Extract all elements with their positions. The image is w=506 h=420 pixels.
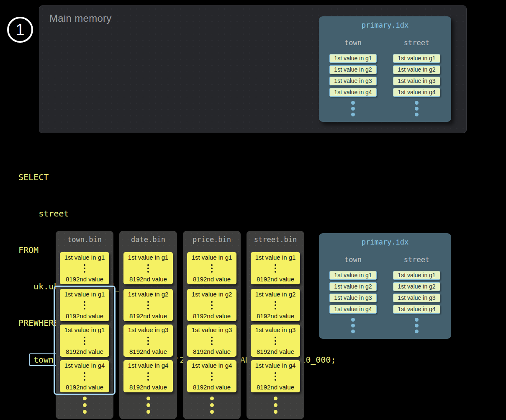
town-column-header: town: [329, 255, 377, 264]
granule-block: 1st value in g1 8192nd value: [187, 252, 236, 284]
granule-ellipsis-icon: [275, 371, 276, 381]
primary-idx-panel-memory: primary.idx town street 1st value in g1 …: [319, 16, 451, 122]
granule-last-value: 8192nd value: [129, 384, 167, 391]
index-entry-chip: 1st value in g2: [329, 282, 377, 291]
granule-first-value: 1st value in g1: [128, 254, 169, 261]
granule-ellipsis-icon: [211, 263, 213, 273]
granule-ellipsis-icon: [84, 263, 85, 273]
granule-first-value: 1st value in g4: [255, 362, 296, 369]
index-entry-chip: 1st value in g3: [329, 294, 377, 302]
granule-last-value: 8192nd value: [257, 384, 294, 391]
ellipsis-icon: [393, 318, 440, 333]
primary-idx-title: primary.idx: [319, 21, 451, 29]
granule-last-value: 8192nd value: [193, 312, 231, 320]
index-entry-chip: 1st value in g2: [329, 65, 377, 74]
primary-idx-title: primary.idx: [319, 238, 451, 246]
granule-ellipsis-icon: [211, 300, 213, 310]
index-entry-chip: 1st value in g3: [393, 294, 440, 302]
index-entry-chip: 1st value in g3: [393, 77, 440, 85]
index-entry-chip: 1st value in g1: [329, 271, 377, 280]
bin-file-price: price.bin 1st value in g1 8192nd value 1…: [183, 231, 241, 419]
index-entry-chip: 1st value in g1: [393, 271, 440, 280]
granule-last-value: 8192nd value: [257, 348, 294, 355]
granule-first-value: 1st value in g3: [255, 326, 296, 333]
granule-ellipsis-icon: [147, 336, 149, 346]
granule-block: 1st value in g4 8192nd value: [123, 360, 173, 392]
index-entry-chip: 1st value in g4: [329, 305, 377, 314]
granule-block: 1st value in g1 8192nd value: [60, 252, 109, 284]
ellipsis-icon: [247, 397, 304, 414]
granule-first-value: 1st value in g2: [128, 291, 169, 298]
ellipsis-icon: [56, 397, 113, 414]
granule-ellipsis-icon: [275, 263, 276, 273]
granule-block: 1st value in g3 8192nd value: [187, 325, 236, 357]
granule-block: 1st value in g2 8192nd value: [251, 289, 300, 321]
granule-last-value: 8192nd value: [257, 276, 294, 283]
ellipsis-icon: [329, 101, 377, 116]
bin-file-title: price.bin: [183, 235, 241, 244]
granule-block: 1st value in g1 8192nd value: [251, 252, 300, 284]
granule-first-value: 1st value in g1: [192, 254, 232, 261]
index-entry-chip: 1st value in g1: [329, 54, 377, 63]
bin-file-date: date.bin 1st value in g1 8192nd value 1s…: [119, 231, 177, 419]
index-entry-chip: 1st value in g4: [393, 305, 440, 314]
granule-block: 1st value in g2 8192nd value: [187, 289, 236, 321]
granule-first-value: 1st value in g4: [128, 362, 169, 369]
bin-file-title: town.bin: [56, 235, 113, 244]
granule-first-value: 1st value in g1: [255, 254, 296, 261]
granule-block: 1st value in g1 8192nd value: [123, 252, 173, 284]
granule-block: 1st value in g3 8192nd value: [251, 325, 300, 357]
sql-line-street: street: [18, 208, 336, 220]
granule-block: 1st value in g3 8192nd value: [123, 325, 173, 357]
bin-file-title: street.bin: [247, 235, 304, 244]
granule-first-value: 1st value in g3: [128, 326, 169, 333]
granule-ellipsis-icon: [211, 336, 213, 346]
index-entry-chip: 1st value in g3: [329, 77, 377, 85]
ellipsis-icon: [329, 318, 377, 333]
diagram-canvas: { "step_badge": { "number": "1" }, "main…: [0, 0, 506, 420]
granule-ellipsis-icon: [211, 371, 213, 381]
ellipsis-icon: [119, 397, 177, 414]
sql-line-select: SELECT: [18, 171, 336, 183]
granule-first-value: 1st value in g2: [192, 291, 232, 298]
granule-last-value: 8192nd value: [66, 276, 103, 283]
granule-first-value: 1st value in g1: [64, 254, 105, 261]
ellipsis-icon: [183, 397, 241, 414]
main-memory-title: Main memory: [49, 13, 112, 24]
street-column-header: street: [393, 39, 440, 47]
street-column-header: street: [393, 255, 440, 264]
index-entry-chip: 1st value in g1: [393, 54, 440, 63]
primary-idx-panel-disk: primary.idx town street 1st value in g1 …: [319, 233, 451, 339]
bin-file-street: street.bin 1st value in g1 8192nd value …: [247, 231, 304, 419]
granule-first-value: 1st value in g2: [255, 291, 296, 298]
granule-ellipsis-icon: [275, 300, 276, 310]
step-number: 1: [15, 21, 24, 39]
granule-last-value: 8192nd value: [257, 312, 294, 320]
granule-last-value: 8192nd value: [193, 348, 231, 355]
granule-block: 1st value in g2 8192nd value: [123, 289, 173, 321]
granule-ellipsis-icon: [147, 300, 149, 310]
index-entry-chip: 1st value in g2: [393, 282, 440, 291]
index-entry-chip: 1st value in g4: [329, 88, 377, 97]
granule-last-value: 8192nd value: [129, 348, 167, 355]
granule-block: 1st value in g4 8192nd value: [187, 360, 236, 392]
ellipsis-icon: [393, 101, 440, 116]
granule-last-value: 8192nd value: [193, 384, 231, 391]
granule-last-value: 8192nd value: [129, 312, 167, 320]
bin-file-title: date.bin: [119, 235, 177, 244]
index-entry-chip: 1st value in g2: [393, 65, 440, 74]
granule-ellipsis-icon: [147, 371, 149, 381]
granule-last-value: 8192nd value: [193, 276, 231, 283]
granule-ellipsis-icon: [147, 263, 149, 273]
granule-block: 1st value in g4 8192nd value: [251, 360, 300, 392]
granule-last-value: 8192nd value: [129, 276, 167, 283]
town-column-header: town: [329, 39, 377, 47]
step-1-badge: 1: [7, 17, 33, 43]
granule-first-value: 1st value in g3: [192, 326, 232, 333]
selected-granules-highlight: [54, 286, 116, 395]
index-entry-chip: 1st value in g4: [393, 88, 440, 97]
granule-ellipsis-icon: [275, 336, 276, 346]
granule-first-value: 1st value in g4: [192, 362, 232, 369]
